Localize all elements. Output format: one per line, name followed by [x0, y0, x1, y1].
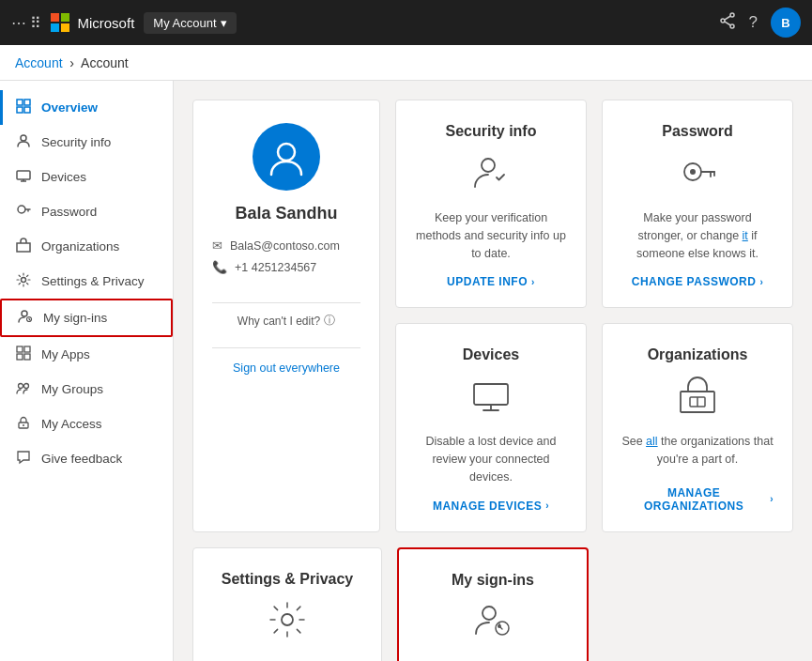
- svg-rect-23: [24, 354, 30, 360]
- svg-rect-22: [17, 354, 23, 360]
- organizations-chevron: ›: [770, 494, 774, 504]
- devices-card-icon: [470, 375, 512, 422]
- profile-phone-row: 📞 +1 4251234567: [212, 260, 360, 274]
- info-circle-icon: ⓘ: [324, 313, 335, 329]
- sidebar-item-organizations[interactable]: Organizations: [0, 229, 173, 264]
- password-card-desc: Make your password stronger, or change i…: [621, 209, 774, 262]
- sidebar-label-password: Password: [41, 205, 97, 219]
- topbar-right: ? B: [719, 8, 801, 38]
- sidebar-item-settings-privacy[interactable]: Settings & Privacy: [0, 264, 173, 299]
- feature-cards-grid: Security info Keep your verification met…: [395, 100, 793, 532]
- my-groups-icon: [15, 380, 32, 398]
- my-apps-icon: [15, 346, 32, 363]
- sidebar-label-my-apps: My Apps: [41, 347, 90, 361]
- sidebar-item-security-info[interactable]: Security info: [0, 125, 173, 160]
- phone-icon: 📞: [212, 260, 227, 274]
- security-info-card-link[interactable]: UPDATE INFO ›: [447, 275, 535, 288]
- organizations-card-link[interactable]: MANAGE ORGANIZATIONS ›: [621, 486, 774, 513]
- subheader: Account › Account: [0, 45, 812, 81]
- organizations-card: Organizations See all the organizations …: [602, 323, 793, 531]
- my-sign-ins-card-desc: See when and where you've signed in and …: [418, 658, 568, 662]
- sidebar-label-security-info: Security info: [41, 135, 111, 149]
- password-card-title: Password: [662, 123, 733, 140]
- main-layout: Overview Security info Devices Password …: [0, 81, 812, 661]
- help-icon[interactable]: ?: [749, 13, 758, 32]
- subheader-breadcrumb: Account › Account: [15, 55, 129, 70]
- sidebar-item-overview[interactable]: Overview: [0, 90, 173, 125]
- profile-email-row: ✉ BalaS@contoso.com: [212, 238, 360, 253]
- svg-line-19: [29, 319, 30, 320]
- settings-privacy-card-title: Settings & Privacy: [222, 571, 354, 588]
- apps-grid-icon[interactable]: ⋯ ⠿: [11, 14, 41, 32]
- organizations-icon: [15, 238, 32, 255]
- svg-point-13: [18, 206, 25, 213]
- svg-line-4: [724, 22, 730, 25]
- topbar: ⋯ ⠿ Microsoft My Account ▾ ?: [0, 0, 812, 45]
- svg-rect-35: [474, 384, 508, 405]
- sidebar-item-my-sign-ins[interactable]: My sign-ins: [0, 299, 173, 337]
- security-info-card-desc: Keep your verification methods and secur…: [415, 209, 567, 262]
- topbar-left: ⋯ ⠿ Microsoft My Account ▾: [11, 12, 237, 34]
- settings-privacy-card-icon: [267, 599, 308, 646]
- svg-rect-7: [17, 107, 23, 113]
- devices-card-desc: Disable a lost device and review your co…: [415, 433, 567, 485]
- breadcrumb-root[interactable]: Account: [15, 55, 63, 70]
- my-sign-ins-card-title: My sign-ins: [452, 572, 534, 589]
- svg-point-25: [24, 384, 29, 389]
- svg-rect-5: [17, 100, 23, 105]
- svg-point-41: [282, 614, 293, 625]
- svg-line-3: [724, 16, 730, 20]
- security-info-card-icon: [470, 151, 512, 198]
- account-switcher[interactable]: My Account ▾: [144, 12, 236, 34]
- sidebar-label-devices: Devices: [41, 170, 86, 184]
- bottom-row: Settings & Privacy Personalize your acco…: [192, 547, 793, 662]
- svg-point-34: [690, 169, 696, 175]
- sidebar-item-give-feedback[interactable]: Give feedback: [0, 441, 173, 476]
- sidebar-label-my-sign-ins: My sign-ins: [43, 311, 107, 325]
- sidebar-item-my-apps[interactable]: My Apps: [0, 337, 173, 372]
- settings-privacy-card-desc: Personalize your account settings and se…: [212, 657, 362, 662]
- my-sign-ins-card: My sign-ins See when and where you've si…: [397, 547, 589, 662]
- sidebar-label-give-feedback: Give feedback: [41, 452, 122, 466]
- organizations-card-title: Organizations: [648, 346, 748, 363]
- settings-privacy-icon: [15, 272, 32, 290]
- svg-rect-21: [24, 346, 30, 352]
- svg-point-24: [19, 384, 23, 389]
- ms-logo-icon: [51, 13, 69, 32]
- profile-email: BalaS@contoso.com: [230, 239, 340, 253]
- sidebar-label-my-access: My Access: [41, 417, 102, 431]
- sign-out-everywhere-link[interactable]: Sign out everywhere: [233, 361, 340, 375]
- share-icon[interactable]: [719, 12, 736, 33]
- security-info-chevron: ›: [531, 277, 535, 287]
- security-info-icon: [15, 133, 32, 151]
- profile-divider-2: [212, 347, 360, 348]
- svg-point-43: [496, 622, 509, 635]
- svg-point-27: [23, 424, 24, 426]
- my-sign-ins-icon: [17, 309, 34, 327]
- my-access-icon: [15, 415, 32, 433]
- password-card-link[interactable]: CHANGE PASSWORD ›: [632, 275, 763, 288]
- user-avatar[interactable]: B: [771, 8, 801, 38]
- ms-logo-container: Microsoft: [51, 13, 134, 32]
- sidebar-item-my-access[interactable]: My Access: [0, 407, 173, 441]
- account-pill-arrow: ▾: [221, 16, 227, 30]
- svg-rect-14: [17, 243, 30, 252]
- security-info-card-title: Security info: [446, 123, 537, 140]
- email-icon: ✉: [212, 238, 222, 253]
- sidebar-label-overview: Overview: [41, 100, 98, 115]
- overview-icon: [15, 99, 32, 116]
- profile-phone: +1 4251234567: [235, 261, 316, 274]
- organizations-card-icon: [677, 375, 718, 422]
- main-content: Bala Sandhu ✉ BalaS@contoso.com 📞 +1 425…: [174, 81, 812, 661]
- breadcrumb-current: Account: [81, 55, 129, 70]
- password-chevron: ›: [759, 277, 763, 287]
- sidebar: Overview Security info Devices Password …: [0, 81, 174, 661]
- svg-point-42: [483, 607, 496, 620]
- settings-privacy-card: Settings & Privacy Personalize your acco…: [192, 547, 382, 662]
- sidebar-item-devices[interactable]: Devices: [0, 160, 173, 194]
- why-cant-edit: Why can't I edit? ⓘ: [237, 313, 335, 329]
- sidebar-item-my-groups[interactable]: My Groups: [0, 372, 173, 407]
- ms-brand-label: Microsoft: [77, 15, 134, 31]
- sidebar-item-password[interactable]: Password: [0, 194, 173, 229]
- devices-card-link[interactable]: MANAGE DEVICES ›: [433, 500, 549, 513]
